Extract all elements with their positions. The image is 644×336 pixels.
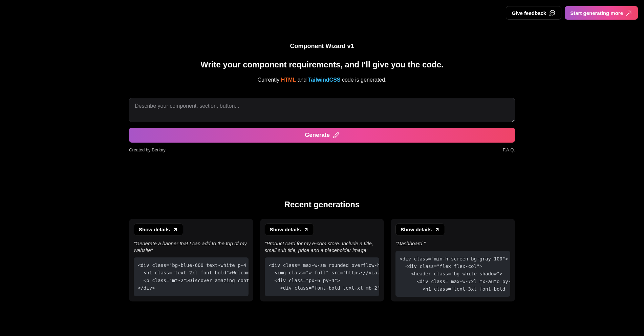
show-details-label: Show details xyxy=(270,227,301,232)
prompt-quote: "Generate a banner that I can add to the… xyxy=(134,240,249,253)
generate-label: Generate xyxy=(305,132,330,139)
chat-icon xyxy=(549,9,556,16)
code-preview: <div class="bg-blue-600 text-white p-4 t… xyxy=(134,257,249,296)
recent-section: Recent generations Show details "Generat… xyxy=(122,152,522,301)
generation-card: Show details "Product card for my e-com … xyxy=(260,219,384,301)
code-preview: <div class="max-w-sm rounded overflow-hi… xyxy=(265,257,380,296)
recent-title: Recent generations xyxy=(129,200,515,209)
svg-line-5 xyxy=(436,228,438,231)
show-details-label: Show details xyxy=(401,227,432,232)
start-generating-button[interactable]: Start generating more xyxy=(565,6,638,20)
subheadline: Currently HTML and TailwindCSS code is g… xyxy=(129,77,515,83)
arrow-up-right-icon xyxy=(173,227,178,232)
cards-grid: Show details "Generate a banner that I c… xyxy=(129,219,515,301)
svg-point-2 xyxy=(553,13,554,13)
show-details-label: Show details xyxy=(139,227,170,232)
subhead-prefix: Currently xyxy=(257,77,281,83)
hero-section: Component Wizard v1 Write your component… xyxy=(122,26,522,152)
created-by-label: Created by Berkay xyxy=(129,147,166,152)
svg-point-1 xyxy=(552,13,553,13)
tailwind-tag: TailwindCSS xyxy=(308,77,341,83)
wand-icon xyxy=(626,9,632,16)
top-bar: Give feedback Start generating more xyxy=(0,0,644,26)
give-feedback-label: Give feedback xyxy=(512,10,546,16)
show-details-button[interactable]: Show details xyxy=(134,224,183,235)
show-details-button[interactable]: Show details xyxy=(395,224,445,235)
app-title: Component Wizard v1 xyxy=(129,43,515,50)
start-generating-label: Start generating more xyxy=(570,10,623,16)
headline: Write your component requirements, and I… xyxy=(129,60,515,69)
brush-icon xyxy=(332,132,339,139)
generate-button[interactable]: Generate xyxy=(129,128,515,143)
generation-card: Show details "Generate a banner that I c… xyxy=(129,219,253,301)
show-details-button[interactable]: Show details xyxy=(265,224,314,235)
subhead-mid: and xyxy=(296,77,308,83)
svg-point-0 xyxy=(551,13,552,13)
svg-line-4 xyxy=(305,228,307,231)
subhead-suffix: code is generated. xyxy=(341,77,387,83)
prompt-quote: "Product card for my e-com store. Includ… xyxy=(265,240,380,253)
arrow-up-right-icon xyxy=(434,227,440,232)
give-feedback-button[interactable]: Give feedback xyxy=(506,6,561,20)
html-tag: HTML xyxy=(281,77,296,83)
arrow-up-right-icon xyxy=(303,227,309,232)
prompt-input[interactable] xyxy=(129,98,515,122)
faq-link[interactable]: F.A.Q. xyxy=(503,147,515,152)
generation-card: Show details "Dashboard " <div class="mi… xyxy=(391,219,515,301)
code-preview: <div class="min-h-screen bg-gray-100"> <… xyxy=(395,251,510,297)
svg-line-3 xyxy=(174,228,176,231)
prompt-quote: "Dashboard " xyxy=(395,240,510,247)
